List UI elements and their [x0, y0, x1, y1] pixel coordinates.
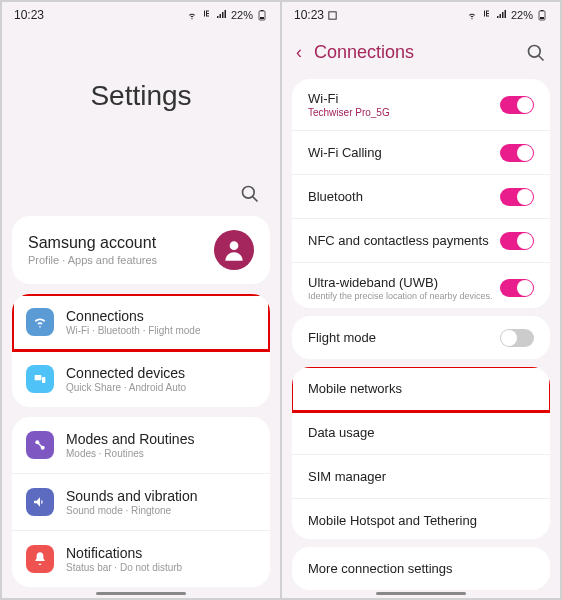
back-icon[interactable]: ‹	[296, 42, 302, 63]
signal-icon	[216, 9, 228, 21]
home-indicator[interactable]	[96, 592, 186, 595]
bell-icon	[26, 545, 54, 573]
svg-rect-14	[540, 17, 544, 19]
setting-label: Modes and Routines	[66, 431, 256, 447]
person-icon	[221, 237, 247, 263]
setting-label: Connected devices	[66, 365, 256, 381]
svg-rect-11	[329, 12, 336, 19]
setting-label: Notifications	[66, 545, 256, 561]
search-icon[interactable]	[526, 43, 546, 63]
signal-icon	[496, 9, 508, 21]
svg-line-16	[539, 55, 544, 60]
settings-group-2: Modes and Routines Modes · Routines Soun…	[12, 417, 270, 587]
svg-point-3	[243, 187, 255, 199]
setting-sub: Modes · Routines	[66, 448, 256, 459]
wifi-row[interactable]: Wi-FiTechwiser Pro_5G	[292, 79, 550, 131]
svg-rect-13	[541, 10, 544, 11]
bluetooth-row[interactable]: Bluetooth	[292, 175, 550, 219]
home-indicator[interactable]	[376, 592, 466, 595]
battery-icon	[536, 9, 548, 21]
conn-group-1: Wi-FiTechwiser Pro_5G Wi-Fi Calling Blue…	[292, 79, 550, 308]
volte-icon	[201, 9, 213, 21]
status-bar: 10:23 22%	[282, 2, 560, 28]
conn-group-2: Flight mode	[292, 316, 550, 359]
devices-icon	[26, 365, 54, 393]
search-icon[interactable]	[240, 184, 260, 204]
svg-line-4	[253, 197, 258, 202]
connections-screen: 10:23 22% ‹ Connections Wi-FiTechwiser P…	[282, 2, 560, 598]
account-card[interactable]: Samsung account Profile · Apps and featu…	[12, 216, 270, 284]
modes-row[interactable]: Modes and Routines Modes · Routines	[12, 417, 270, 474]
battery-icon	[256, 9, 268, 21]
sounds-row[interactable]: Sounds and vibration Sound mode · Ringto…	[12, 474, 270, 531]
bluetooth-toggle[interactable]	[500, 188, 534, 206]
settings-screen: 10:23 22% Settings Samsung account Profi…	[2, 2, 280, 598]
screenshot-icon	[327, 10, 338, 21]
svg-point-15	[529, 45, 541, 57]
conn-group-3: Mobile networks Data usage SIM manager M…	[292, 367, 550, 539]
svg-rect-7	[42, 377, 45, 383]
mobile-networks-row[interactable]: Mobile networks	[292, 367, 550, 411]
page-title: Connections	[314, 42, 526, 63]
flight-mode-toggle[interactable]	[500, 329, 534, 347]
setting-sub: Sound mode · Ringtone	[66, 505, 256, 516]
uwb-toggle[interactable]	[500, 279, 534, 297]
battery-pct: 22%	[511, 9, 533, 21]
setting-sub: Quick Share · Android Auto	[66, 382, 256, 393]
svg-point-5	[230, 241, 239, 250]
sound-icon	[26, 488, 54, 516]
status-icons: 22%	[466, 9, 548, 21]
wifi-icon	[466, 9, 478, 21]
setting-label: Connections	[66, 308, 256, 324]
flight-mode-row[interactable]: Flight mode	[292, 316, 550, 359]
notifications-row[interactable]: Notifications Status bar · Do not distur…	[12, 531, 270, 587]
modes-icon	[26, 431, 54, 459]
setting-label: Sounds and vibration	[66, 488, 256, 504]
data-usage-row[interactable]: Data usage	[292, 411, 550, 455]
wifi-toggle[interactable]	[500, 96, 534, 114]
wifi-calling-row[interactable]: Wi-Fi Calling	[292, 131, 550, 175]
nfc-row[interactable]: NFC and contactless payments	[292, 219, 550, 263]
wifi-icon	[186, 9, 198, 21]
conn-group-4: More connection settings	[292, 547, 550, 590]
hotspot-row[interactable]: Mobile Hotspot and Tethering	[292, 499, 550, 539]
status-icons: 22%	[186, 9, 268, 21]
connections-row[interactable]: Connections Wi-Fi · Bluetooth · Flight m…	[12, 294, 270, 351]
status-time: 10:23	[294, 8, 338, 22]
setting-sub: Status bar · Do not disturb	[66, 562, 256, 573]
setting-sub: Wi-Fi · Bluetooth · Flight mode	[66, 325, 256, 336]
avatar[interactable]	[214, 230, 254, 270]
status-bar: 10:23 22%	[2, 2, 280, 28]
account-sub: Profile · Apps and features	[28, 254, 214, 266]
wifi-calling-toggle[interactable]	[500, 144, 534, 162]
account-title: Samsung account	[28, 234, 214, 252]
svg-rect-2	[260, 17, 264, 19]
page-title: Settings	[2, 28, 280, 184]
wifi-icon	[26, 308, 54, 336]
svg-line-10	[37, 442, 42, 447]
sim-manager-row[interactable]: SIM manager	[292, 455, 550, 499]
page-header: ‹ Connections	[282, 28, 560, 79]
battery-pct: 22%	[231, 9, 253, 21]
nfc-toggle[interactable]	[500, 232, 534, 250]
uwb-row[interactable]: Ultra-wideband (UWB)Identify the precise…	[292, 263, 550, 308]
status-time: 10:23	[14, 8, 44, 22]
settings-group-1: Connections Wi-Fi · Bluetooth · Flight m…	[12, 294, 270, 407]
svg-rect-1	[261, 10, 264, 11]
more-settings-row[interactable]: More connection settings	[292, 547, 550, 590]
volte-icon	[481, 9, 493, 21]
svg-rect-6	[35, 375, 42, 380]
connected-devices-row[interactable]: Connected devices Quick Share · Android …	[12, 351, 270, 407]
